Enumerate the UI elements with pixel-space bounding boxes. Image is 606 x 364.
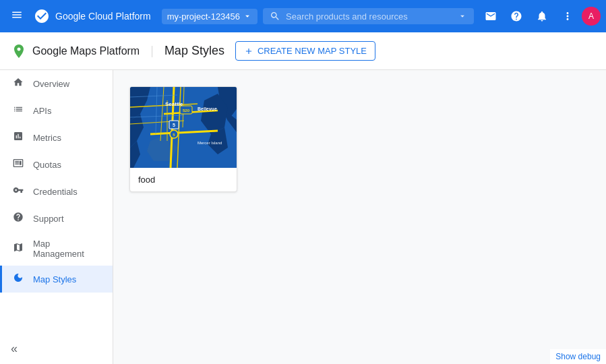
support-icon[interactable] — [479, 5, 502, 28]
debug-bar[interactable]: Show debug — [550, 349, 606, 364]
sidebar-item-map-styles[interactable]: Map Styles — [0, 266, 113, 293]
help-icon[interactable] — [505, 5, 528, 28]
sidebar: Overview APIs Metrics Quotas — [0, 70, 113, 364]
project-selector[interactable]: my-project-123456 — [162, 9, 257, 24]
sidebar-item-map-management[interactable]: Map Management — [0, 232, 113, 266]
svg-text:520: 520 — [183, 109, 190, 113]
map-thumbnail: 520 Seattle Bellevue Mercer Island 5 5 — [130, 87, 237, 168]
metrics-icon — [13, 131, 25, 144]
main-layout: Overview APIs Metrics Quotas — [0, 70, 606, 364]
overview-icon — [13, 77, 25, 90]
svg-text:5: 5 — [173, 123, 175, 127]
top-bar: Google Cloud Platform my-project-123456 … — [0, 0, 606, 32]
sidebar-collapse-button[interactable]: « — [0, 334, 113, 364]
create-new-map-style-button[interactable]: CREATE NEW MAP STYLE — [235, 41, 375, 61]
support-icon — [13, 212, 25, 225]
map-style-card-food[interactable]: 520 Seattle Bellevue Mercer Island 5 5 f — [129, 86, 237, 192]
sidebar-item-credentials[interactable]: Credentials — [0, 178, 113, 205]
sidebar-item-overview[interactable]: Overview — [0, 70, 113, 97]
sidebar-item-metrics[interactable]: Metrics — [0, 124, 113, 151]
sidebar-item-apis[interactable]: APIs — [0, 97, 113, 124]
divider: | — [150, 44, 154, 58]
svg-text:Bellevue: Bellevue — [198, 107, 217, 111]
menu-icon[interactable] — [5, 3, 28, 30]
svg-text:Mercer Island: Mercer Island — [198, 141, 222, 145]
more-icon[interactable] — [556, 5, 579, 28]
map-management-icon — [13, 242, 25, 255]
sidebar-item-support[interactable]: Support — [0, 205, 113, 232]
apis-icon — [13, 104, 25, 117]
page-title: Map Styles — [164, 44, 224, 58]
svg-text:Seattle: Seattle — [165, 101, 183, 107]
notifications-icon[interactable] — [531, 5, 553, 28]
sub-header: Google Maps Platform | Map Styles CREATE… — [0, 32, 606, 70]
avatar[interactable]: A — [582, 7, 601, 26]
main-content: 520 Seattle Bellevue Mercer Island 5 5 f — [113, 70, 606, 364]
sub-header-app-name: Google Maps Platform — [32, 45, 140, 57]
sidebar-item-quotas[interactable]: Quotas — [0, 151, 113, 178]
search-bar[interactable]: Search products and resources — [263, 8, 474, 24]
map-styles-icon — [13, 272, 25, 286]
quotas-icon — [13, 158, 25, 171]
top-bar-actions: A — [479, 5, 601, 28]
maps-platform-logo: Google Maps Platform — [11, 43, 140, 59]
credentials-icon — [13, 185, 25, 198]
map-style-label: food — [130, 168, 237, 191]
app-logo: Google Cloud Platform — [34, 8, 151, 24]
